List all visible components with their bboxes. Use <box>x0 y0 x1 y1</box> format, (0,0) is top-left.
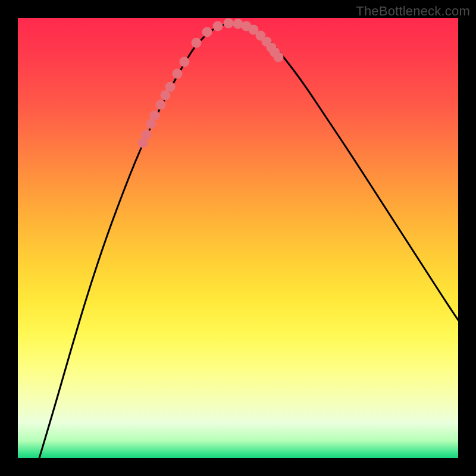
bead <box>213 21 223 32</box>
bead <box>202 27 212 37</box>
plot-area <box>18 18 458 458</box>
bead <box>165 82 176 92</box>
curve-line <box>39 23 458 458</box>
bead <box>156 100 166 110</box>
outer-frame: TheBottleneck.com <box>0 0 476 476</box>
bead <box>142 130 152 140</box>
bead <box>150 111 160 121</box>
bead <box>192 38 202 48</box>
bottleneck-curve <box>39 23 458 458</box>
bead <box>173 69 183 79</box>
bead <box>180 57 190 67</box>
chart-svg <box>18 18 458 458</box>
bead <box>224 18 234 29</box>
watermark-text: TheBottleneck.com <box>356 4 470 19</box>
bead <box>274 52 284 62</box>
marker-beads <box>138 18 284 148</box>
